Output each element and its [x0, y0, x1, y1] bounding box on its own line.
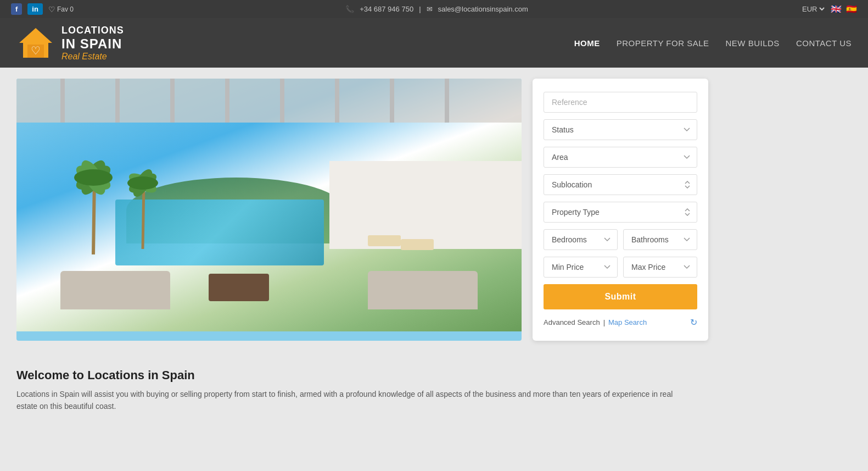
map-search-link[interactable]: Map Search: [608, 318, 647, 326]
refresh-icon[interactable]: ↻: [690, 317, 697, 328]
svg-point-8: [74, 169, 113, 186]
nav-new-builds[interactable]: NEW BUILDS: [726, 38, 780, 48]
heart-icon: ♡: [48, 5, 55, 14]
logo-locations: LOCATIONS: [61, 25, 124, 36]
flag-uk: 🇬🇧: [831, 4, 842, 14]
area-select[interactable]: Area Costa Blanca Costa del Sol Madrid: [544, 147, 697, 168]
email-icon: ✉: [427, 5, 433, 13]
topbar: f in ♡ Fav 0 📞 +34 687 946 750 | ✉ sales…: [0, 0, 868, 18]
nav-contact-us[interactable]: CONTACT US: [796, 38, 852, 48]
welcome-title: Welcome to Locations in Spain: [16, 368, 852, 383]
welcome-section: Welcome to Locations in Spain Locations …: [0, 352, 868, 424]
topbar-social: f in ♡ Fav 0: [11, 3, 74, 15]
welcome-text: Locations in Spain will assist you with …: [16, 388, 675, 413]
lounge-chair-2: [401, 239, 434, 250]
flag-spain: 🇪🇸: [846, 4, 857, 14]
beam-3: [170, 79, 175, 123]
favorites-link[interactable]: ♡ Fav 0: [48, 5, 74, 14]
email-address: sales@locationsinspain.com: [438, 5, 528, 13]
facebook-button[interactable]: f: [11, 3, 22, 15]
search-panel: Status For Sale Sold Rented Area Costa B…: [533, 79, 708, 341]
beam-1: [60, 79, 65, 123]
svg-text:♡: ♡: [31, 45, 41, 57]
palm-tree-2: [126, 161, 159, 249]
footer-links: Advanced Search | Map Search: [544, 318, 647, 326]
currency-select[interactable]: EUR GBP USD: [800, 4, 826, 14]
beam-7: [390, 79, 394, 123]
search-footer: Advanced Search | Map Search ↻: [544, 317, 697, 328]
sofa-left: [60, 271, 170, 309]
price-row: Min Price 50,000 100,000 200,000 Max Pri…: [544, 257, 697, 278]
status-select[interactable]: Status For Sale Sold Rented: [544, 119, 697, 140]
bathrooms-select[interactable]: Bathrooms 1 2 3 4 5+: [623, 229, 697, 250]
logo-text: LOCATIONS IN SPAIN Real Estate: [61, 25, 124, 62]
lounge-chair-1: [368, 235, 401, 246]
beam-6: [335, 79, 339, 123]
phone-icon: 📞: [345, 5, 354, 13]
logo-real-estate: Real Estate: [61, 52, 124, 62]
palm-tree-1: [71, 145, 115, 254]
linkedin-button[interactable]: in: [27, 3, 43, 15]
sofa-right: [368, 271, 478, 309]
logo-area: ♡ LOCATIONS IN SPAIN Real Estate: [16, 24, 124, 62]
main-content: Status For Sale Sold Rented Area Costa B…: [0, 68, 868, 352]
bedrooms-select[interactable]: Bedrooms 1 2 3 4 5+: [544, 229, 618, 250]
main-nav: HOME PROPERTY FOR SALE NEW BUILDS CONTAC…: [574, 38, 852, 48]
property-type-select[interactable]: Property Type Villa Apartment Townhouse: [544, 202, 697, 223]
beam-2: [115, 79, 120, 123]
beam-8: [445, 79, 449, 123]
topbar-contact: 📞 +34 687 946 750 | ✉ sales@locationsins…: [345, 5, 528, 13]
submit-button[interactable]: Submit: [544, 284, 697, 309]
coffee-table: [209, 274, 269, 301]
bedrooms-bathrooms-row: Bedrooms 1 2 3 4 5+ Bathrooms 1 2 3 4 5+: [544, 229, 697, 250]
background-wall: [329, 161, 522, 249]
topbar-currency: EUR GBP USD 🇬🇧 🇪🇸: [800, 4, 857, 14]
favorites-label: Fav 0: [57, 5, 74, 13]
hero-image: [16, 79, 522, 341]
hero-placeholder: [16, 79, 522, 331]
header: ♡ LOCATIONS IN SPAIN Real Estate HOME PR…: [0, 18, 868, 68]
nav-home[interactable]: HOME: [574, 38, 600, 48]
separator: |: [603, 318, 605, 326]
beam-5: [280, 79, 284, 123]
beam-4: [225, 79, 229, 123]
nav-property-for-sale[interactable]: PROPERTY FOR SALE: [617, 38, 709, 48]
logo-icon: ♡: [16, 24, 55, 62]
phone-number: +34 687 946 750: [360, 5, 413, 13]
separator: |: [419, 5, 421, 13]
advanced-search-label: Advanced Search: [544, 318, 600, 326]
reference-input[interactable]: [544, 92, 697, 113]
sublocation-select[interactable]: Sublocation: [544, 174, 697, 195]
logo-in-spain: IN SPAIN: [61, 36, 124, 52]
max-price-select[interactable]: Max Price 200,000 500,000 1,000,000: [623, 257, 697, 278]
min-price-select[interactable]: Min Price 50,000 100,000 200,000: [544, 257, 618, 278]
svg-point-13: [127, 176, 158, 190]
